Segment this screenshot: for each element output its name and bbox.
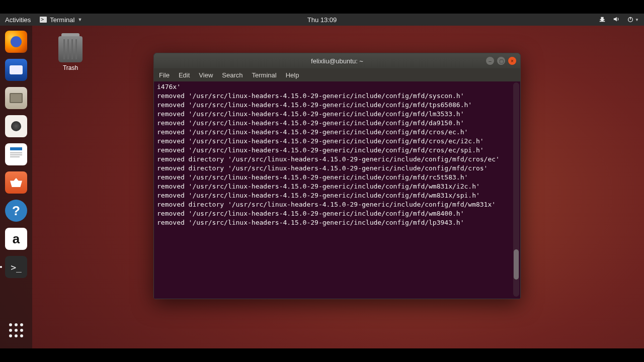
trash-label: Trash <box>50 64 91 71</box>
terminal-line: removed '/usr/src/linux-headers-4.15.0-2… <box>157 191 517 200</box>
terminal-window: felixliu@ubuntu: ~ – ▢ × File Edit View … <box>153 53 521 299</box>
dock-item-thunderbird[interactable] <box>4 58 28 82</box>
files-icon <box>5 87 27 109</box>
menu-search[interactable]: Search <box>222 71 243 79</box>
terminal-line: removed '/usr/src/linux-headers-4.15.0-2… <box>157 209 517 218</box>
close-button[interactable]: × <box>508 57 516 65</box>
terminal-icon <box>40 17 47 23</box>
app-menu-label: Terminal <box>50 16 74 24</box>
terminal-line: removed '/usr/src/linux-headers-4.15.0-2… <box>157 218 517 227</box>
terminal-line: removed '/usr/src/linux-headers-4.15.0-2… <box>157 128 517 137</box>
rhythmbox-icon <box>5 115 27 137</box>
terminal-line: removed '/usr/src/linux-headers-4.15.0-2… <box>157 173 517 182</box>
terminal-line: removed '/usr/src/linux-headers-4.15.0-2… <box>157 101 517 110</box>
dock-item-software[interactable] <box>4 170 28 195</box>
svg-rect-0 <box>600 21 605 22</box>
writer-icon <box>5 143 27 165</box>
help-icon: ? <box>5 200 27 222</box>
scrollbar-thumb[interactable] <box>514 249 519 280</box>
dock-item-firefox[interactable] <box>4 30 28 54</box>
letterbox-bottom <box>0 348 644 362</box>
letterbox-top <box>0 0 644 14</box>
desktop: Activities Terminal ▼ Thu 13:09 ▼ ? <box>0 14 644 348</box>
volume-icon[interactable] <box>613 16 620 24</box>
menu-terminal[interactable]: Terminal <box>252 71 277 79</box>
window-title: felixliu@ubuntu: ~ <box>311 57 363 65</box>
terminal-scrollbar[interactable] <box>513 82 519 297</box>
terminal-line: removed '/usr/src/linux-headers-4.15.0-2… <box>157 137 517 146</box>
dock-item-terminal[interactable]: >_ <box>4 255 28 279</box>
terminal-line: i476x' <box>157 82 517 92</box>
dock-item-rhythmbox[interactable] <box>4 114 28 138</box>
terminal-line: removed '/usr/src/linux-headers-4.15.0-2… <box>157 110 517 119</box>
terminal-line: removed directory '/usr/src/linux-header… <box>157 155 517 164</box>
dock-item-files[interactable] <box>4 86 28 110</box>
terminal-icon: >_ <box>5 256 27 278</box>
terminal-line: removed '/usr/src/linux-headers-4.15.0-2… <box>157 182 517 191</box>
software-icon <box>5 171 27 194</box>
thunderbird-icon <box>5 59 27 81</box>
dock: ? a >_ <box>0 26 32 348</box>
terminal-line: removed '/usr/src/linux-headers-4.15.0-2… <box>157 119 517 128</box>
terminal-line: removed '/usr/src/linux-headers-4.15.0-2… <box>157 92 517 101</box>
network-icon[interactable] <box>599 16 606 24</box>
menu-edit[interactable]: Edit <box>179 71 190 79</box>
power-menu[interactable]: ▼ <box>627 16 639 23</box>
top-panel: Activities Terminal ▼ Thu 13:09 ▼ <box>0 14 644 26</box>
window-buttons: – ▢ × <box>486 57 520 65</box>
firefox-icon <box>5 31 27 53</box>
desktop-icon-trash[interactable]: Trash <box>50 36 91 71</box>
terminal-line: removed '/usr/src/linux-headers-4.15.0-2… <box>157 146 517 155</box>
terminal-menubar: File Edit View Search Terminal Help <box>154 68 520 81</box>
terminal-line: removed directory '/usr/src/linux-header… <box>157 200 517 209</box>
chevron-down-icon: ▼ <box>77 17 82 22</box>
chevron-down-icon: ▼ <box>635 18 639 22</box>
activities-button[interactable]: Activities <box>5 16 31 24</box>
dock-item-writer[interactable] <box>4 142 28 166</box>
clock-label[interactable]: Thu 13:09 <box>307 16 337 24</box>
dock-item-amazon[interactable]: a <box>4 227 28 251</box>
system-tray: ▼ <box>599 16 639 24</box>
menu-file[interactable]: File <box>159 71 170 79</box>
maximize-button[interactable]: ▢ <box>497 57 505 65</box>
amazon-icon: a <box>5 228 27 250</box>
terminal-line: removed directory '/usr/src/linux-header… <box>157 164 517 173</box>
svg-rect-2 <box>630 17 630 20</box>
app-menu-button[interactable]: Terminal ▼ <box>40 16 82 24</box>
terminal-output[interactable]: i476x'removed '/usr/src/linux-headers-4.… <box>154 81 520 299</box>
show-applications-button[interactable] <box>4 318 28 342</box>
dock-item-help[interactable]: ? <box>4 199 28 223</box>
apps-grid-icon <box>9 323 23 337</box>
menu-view[interactable]: View <box>199 71 213 79</box>
menu-help[interactable]: Help <box>286 71 299 79</box>
terminal-titlebar[interactable]: felixliu@ubuntu: ~ – ▢ × <box>154 53 520 68</box>
trash-icon <box>58 36 83 62</box>
minimize-button[interactable]: – <box>486 57 494 65</box>
